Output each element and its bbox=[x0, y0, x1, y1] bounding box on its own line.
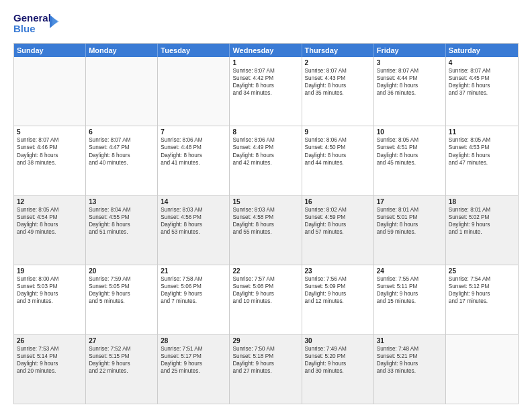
cell-info: Sunrise: 7:51 AMSunset: 5:17 PMDaylight:… bbox=[161, 345, 226, 375]
cal-cell: 12Sunrise: 8:05 AMSunset: 4:54 PMDayligh… bbox=[14, 196, 86, 265]
cal-cell: 20Sunrise: 7:59 AMSunset: 5:05 PMDayligh… bbox=[86, 265, 158, 334]
cal-cell: 10Sunrise: 8:05 AMSunset: 4:51 PMDayligh… bbox=[374, 126, 446, 195]
cell-info: Sunrise: 8:05 AMSunset: 4:53 PMDaylight:… bbox=[449, 136, 515, 166]
calendar: SundayMondayTuesdayWednesdayThursdayFrid… bbox=[13, 43, 519, 404]
day-number: 18 bbox=[449, 198, 515, 205]
day-number: 5 bbox=[17, 128, 83, 136]
header-day-monday: Monday bbox=[86, 44, 158, 57]
week-row-0: 1Sunrise: 8:07 AMSunset: 4:42 PMDaylight… bbox=[14, 57, 518, 126]
week-row-4: 26Sunrise: 7:53 AMSunset: 5:14 PMDayligh… bbox=[14, 335, 518, 404]
day-number: 19 bbox=[17, 267, 83, 275]
cell-info: Sunrise: 8:04 AMSunset: 4:55 PMDaylight:… bbox=[89, 206, 154, 236]
page: General Blue SundayMondayTuesdayWednesda… bbox=[0, 0, 532, 411]
day-number: 16 bbox=[305, 198, 371, 205]
day-number: 30 bbox=[305, 337, 371, 345]
cal-cell: 9Sunrise: 8:06 AMSunset: 4:50 PMDaylight… bbox=[302, 126, 374, 195]
cell-info: Sunrise: 8:06 AMSunset: 4:50 PMDaylight:… bbox=[305, 136, 371, 166]
cal-cell: 4Sunrise: 8:07 AMSunset: 4:45 PMDaylight… bbox=[446, 57, 518, 126]
header-day-tuesday: Tuesday bbox=[158, 44, 230, 57]
day-number: 14 bbox=[161, 198, 226, 205]
cell-info: Sunrise: 7:55 AMSunset: 5:11 PMDaylight:… bbox=[377, 275, 443, 305]
cal-cell: 19Sunrise: 8:00 AMSunset: 5:03 PMDayligh… bbox=[14, 265, 86, 334]
cell-info: Sunrise: 8:03 AMSunset: 4:56 PMDaylight:… bbox=[161, 206, 226, 236]
cal-cell: 17Sunrise: 8:01 AMSunset: 5:01 PMDayligh… bbox=[374, 196, 446, 265]
day-number: 28 bbox=[161, 337, 226, 345]
day-number: 20 bbox=[89, 267, 154, 275]
cal-cell bbox=[158, 57, 230, 126]
cell-info: Sunrise: 7:49 AMSunset: 5:20 PMDaylight:… bbox=[305, 345, 371, 375]
day-number: 10 bbox=[377, 128, 443, 136]
day-number: 1 bbox=[232, 59, 298, 66]
calendar-body: 1Sunrise: 8:07 AMSunset: 4:42 PMDaylight… bbox=[14, 57, 518, 404]
cal-cell: 14Sunrise: 8:03 AMSunset: 4:56 PMDayligh… bbox=[158, 196, 230, 265]
day-number: 17 bbox=[377, 198, 443, 205]
cal-cell: 26Sunrise: 7:53 AMSunset: 5:14 PMDayligh… bbox=[14, 335, 86, 404]
day-number: 29 bbox=[232, 337, 298, 345]
cal-cell: 22Sunrise: 7:57 AMSunset: 5:08 PMDayligh… bbox=[230, 265, 302, 334]
cell-info: Sunrise: 8:01 AMSunset: 5:01 PMDaylight:… bbox=[377, 206, 443, 236]
svg-marker-3 bbox=[52, 17, 59, 26]
cell-info: Sunrise: 7:54 AMSunset: 5:12 PMDaylight:… bbox=[449, 275, 515, 305]
day-number: 3 bbox=[377, 59, 443, 66]
day-number: 27 bbox=[89, 337, 154, 345]
cell-info: Sunrise: 7:50 AMSunset: 5:18 PMDaylight:… bbox=[232, 345, 298, 375]
cal-cell: 11Sunrise: 8:05 AMSunset: 4:53 PMDayligh… bbox=[446, 126, 518, 195]
cal-cell: 27Sunrise: 7:52 AMSunset: 5:15 PMDayligh… bbox=[86, 335, 158, 404]
cell-info: Sunrise: 8:07 AMSunset: 4:43 PMDaylight:… bbox=[305, 67, 371, 97]
cell-info: Sunrise: 7:56 AMSunset: 5:09 PMDaylight:… bbox=[305, 275, 371, 305]
cal-cell: 15Sunrise: 8:03 AMSunset: 4:58 PMDayligh… bbox=[230, 196, 302, 265]
cal-cell bbox=[86, 57, 158, 126]
cell-info: Sunrise: 7:59 AMSunset: 5:05 PMDaylight:… bbox=[89, 275, 154, 305]
cell-info: Sunrise: 8:00 AMSunset: 5:03 PMDaylight:… bbox=[17, 275, 83, 305]
cell-info: Sunrise: 8:06 AMSunset: 4:49 PMDaylight:… bbox=[232, 136, 298, 166]
cell-info: Sunrise: 8:07 AMSunset: 4:42 PMDaylight:… bbox=[232, 67, 298, 97]
header-day-thursday: Thursday bbox=[302, 44, 374, 57]
cal-cell: 13Sunrise: 8:04 AMSunset: 4:55 PMDayligh… bbox=[86, 196, 158, 265]
week-row-3: 19Sunrise: 8:00 AMSunset: 5:03 PMDayligh… bbox=[14, 265, 518, 334]
cell-info: Sunrise: 8:05 AMSunset: 4:51 PMDaylight:… bbox=[377, 136, 443, 166]
day-number: 25 bbox=[449, 267, 515, 275]
cal-cell: 28Sunrise: 7:51 AMSunset: 5:17 PMDayligh… bbox=[158, 335, 230, 404]
cal-cell: 29Sunrise: 7:50 AMSunset: 5:18 PMDayligh… bbox=[230, 335, 302, 404]
day-number: 9 bbox=[305, 128, 371, 136]
header-day-friday: Friday bbox=[374, 44, 446, 57]
cell-info: Sunrise: 8:06 AMSunset: 4:48 PMDaylight:… bbox=[161, 136, 226, 166]
cell-info: Sunrise: 8:07 AMSunset: 4:46 PMDaylight:… bbox=[17, 136, 83, 166]
day-number: 26 bbox=[17, 337, 83, 345]
week-row-2: 12Sunrise: 8:05 AMSunset: 4:54 PMDayligh… bbox=[14, 196, 518, 265]
day-number: 4 bbox=[449, 59, 515, 66]
day-number: 31 bbox=[377, 337, 443, 345]
day-number: 23 bbox=[305, 267, 371, 275]
cell-info: Sunrise: 8:02 AMSunset: 4:59 PMDaylight:… bbox=[305, 206, 371, 236]
cal-cell: 23Sunrise: 7:56 AMSunset: 5:09 PMDayligh… bbox=[302, 265, 374, 334]
header-day-wednesday: Wednesday bbox=[230, 44, 302, 57]
day-number: 22 bbox=[232, 267, 298, 275]
calendar-header: SundayMondayTuesdayWednesdayThursdayFrid… bbox=[14, 44, 518, 57]
svg-text:General: General bbox=[13, 12, 51, 24]
day-number: 2 bbox=[305, 59, 371, 66]
day-number: 21 bbox=[161, 267, 226, 275]
cal-cell: 8Sunrise: 8:06 AMSunset: 4:49 PMDaylight… bbox=[230, 126, 302, 195]
cal-cell: 2Sunrise: 8:07 AMSunset: 4:43 PMDaylight… bbox=[302, 57, 374, 126]
cal-cell: 3Sunrise: 8:07 AMSunset: 4:44 PMDaylight… bbox=[374, 57, 446, 126]
cell-info: Sunrise: 8:03 AMSunset: 4:58 PMDaylight:… bbox=[232, 206, 298, 236]
day-number: 7 bbox=[161, 128, 226, 136]
cell-info: Sunrise: 8:01 AMSunset: 5:02 PMDaylight:… bbox=[449, 206, 515, 236]
header-day-saturday: Saturday bbox=[446, 44, 518, 57]
cell-info: Sunrise: 7:48 AMSunset: 5:21 PMDaylight:… bbox=[377, 345, 443, 375]
logo-svg: General Blue bbox=[13, 11, 60, 38]
day-number: 24 bbox=[377, 267, 443, 275]
day-number: 15 bbox=[232, 198, 298, 205]
cal-cell bbox=[446, 335, 518, 404]
cal-cell: 16Sunrise: 8:02 AMSunset: 4:59 PMDayligh… bbox=[302, 196, 374, 265]
cell-info: Sunrise: 7:53 AMSunset: 5:14 PMDaylight:… bbox=[17, 345, 83, 375]
cell-info: Sunrise: 8:07 AMSunset: 4:45 PMDaylight:… bbox=[449, 67, 515, 97]
cal-cell: 1Sunrise: 8:07 AMSunset: 4:42 PMDaylight… bbox=[230, 57, 302, 126]
day-number: 13 bbox=[89, 198, 154, 205]
cal-cell: 6Sunrise: 8:07 AMSunset: 4:47 PMDaylight… bbox=[86, 126, 158, 195]
header: General Blue bbox=[13, 11, 519, 38]
day-number: 12 bbox=[17, 198, 83, 205]
cell-info: Sunrise: 8:07 AMSunset: 4:44 PMDaylight:… bbox=[377, 67, 443, 97]
cal-cell: 21Sunrise: 7:58 AMSunset: 5:06 PMDayligh… bbox=[158, 265, 230, 334]
day-number: 11 bbox=[449, 128, 515, 136]
